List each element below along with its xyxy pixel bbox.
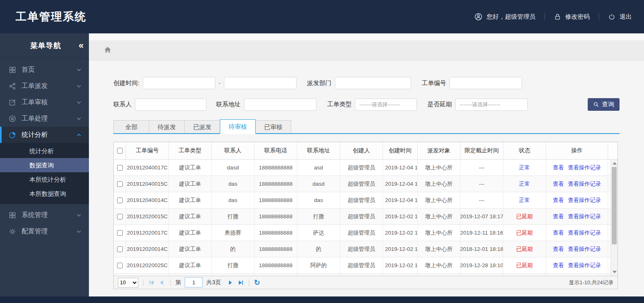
share-icon <box>8 82 16 90</box>
refresh-icon[interactable]: ↻ <box>254 279 260 286</box>
sidebar-item-process[interactable]: 工单处理 <box>0 110 89 127</box>
cell-contact <box>212 274 255 276</box>
tab-待审核[interactable]: 待审核 <box>220 119 256 134</box>
cell-address: 的 <box>297 241 340 257</box>
sidebar-item-config[interactable]: 配置管理 <box>0 223 89 239</box>
prev-page-button[interactable] <box>159 279 165 286</box>
order-type-label: 工单类型 <box>327 101 352 108</box>
cell-actions: 查看查看操作记录 <box>546 209 608 224</box>
vertical-scrollbar[interactable] <box>611 160 617 276</box>
sidebar-subitem-active[interactable]: 数据查询 <box>0 158 89 172</box>
first-page-button[interactable] <box>148 279 155 286</box>
cell-type: 建议工单 <box>169 176 212 192</box>
view-log-link[interactable]: 查看操作记录 <box>568 164 601 171</box>
greeting-text: 您好，超级管理员 <box>487 13 536 21</box>
row-checkbox-cell <box>114 274 126 276</box>
view-log-link[interactable]: 查看操作记录 <box>568 180 601 188</box>
cell-contact: 打撒 <box>212 209 255 224</box>
row-checkbox[interactable] <box>117 263 123 268</box>
view-link[interactable]: 查看 <box>553 164 564 171</box>
sidebar-item-stats[interactable]: 统计分析 <box>0 127 89 143</box>
view-log-link[interactable]: 查看操作记录 <box>568 229 601 237</box>
page-size-select[interactable]: 10 <box>118 278 138 288</box>
dispatch-dept-select[interactable] <box>335 77 411 89</box>
delay-select[interactable]: -------请选择------- <box>455 99 528 111</box>
chevron-up-icon <box>75 132 82 138</box>
view-log-link[interactable]: 查看操作记录 <box>568 197 601 204</box>
row-checkbox[interactable] <box>117 165 123 171</box>
cell-deadline: 2019-12-11 18:16 <box>460 225 503 241</box>
row-checkbox[interactable] <box>117 230 123 236</box>
last-page-button[interactable] <box>237 279 244 286</box>
logout-button[interactable]: 退出 <box>608 13 632 21</box>
cell-id: 201912040017C <box>126 160 169 176</box>
row-checkbox[interactable] <box>117 246 123 252</box>
date-to-input[interactable] <box>224 77 297 89</box>
view-link[interactable]: 查看 <box>553 197 564 204</box>
cell-deadline: --- <box>460 176 503 192</box>
row-checkbox[interactable] <box>117 198 123 203</box>
scroll-down-arrow-icon[interactable] <box>613 271 617 273</box>
next-page-button[interactable] <box>227 279 234 286</box>
sidebar-subitem[interactable]: 本所数据查询 <box>0 187 89 201</box>
view-link[interactable]: 查看 <box>553 213 564 220</box>
sidebar-item-label: 系统管理 <box>22 211 48 220</box>
row-checkbox[interactable] <box>117 181 123 187</box>
column-header-创建人: 创建人 <box>340 142 383 159</box>
tab-待派发[interactable]: 待派发 <box>149 120 185 133</box>
page-number-input[interactable] <box>185 277 203 288</box>
cell-phone: 18888888888 <box>255 209 297 224</box>
order-type-select[interactable]: -------请选择------- <box>355 99 417 111</box>
row-checkbox-cell <box>114 257 126 273</box>
cell-status: 已延期 <box>503 225 546 241</box>
address-input[interactable] <box>244 99 316 111</box>
sidebar-item-system[interactable]: 系统管理 <box>0 207 89 223</box>
tab-已派发[interactable]: 已派发 <box>184 120 220 133</box>
home-icon[interactable] <box>104 46 112 55</box>
view-log-link[interactable]: 查看操作记录 <box>568 213 601 220</box>
pager-divider <box>249 279 249 286</box>
scrollbar-thumb[interactable] <box>612 167 617 244</box>
cell-phone: 18888888888 <box>255 192 297 208</box>
sidebar-subitem[interactable]: 本所统计分析 <box>0 172 89 187</box>
table-row: 201912020015C建议工单打撒18888888888打撒超级管理员201… <box>114 209 617 225</box>
process-icon <box>8 114 16 123</box>
date-from-input[interactable] <box>143 77 215 89</box>
cell-phone: 18888888888 <box>255 160 297 176</box>
cell-id: 201912040014C <box>126 192 169 208</box>
cell-contact: 打撒 <box>212 257 255 273</box>
cell-type: 建议工单 <box>169 192 212 208</box>
row-checkbox-cell <box>114 241 126 257</box>
view-link[interactable]: 查看 <box>553 229 564 237</box>
chevron-down-icon <box>401 80 408 88</box>
order-no-input[interactable] <box>449 77 522 89</box>
contact-input[interactable] <box>135 99 206 111</box>
chevron-down-icon <box>518 102 524 110</box>
cell-target: 墩上中心所 <box>418 241 460 257</box>
select-all-checkbox[interactable] <box>117 148 123 154</box>
cell-actions: 查看查看操作记录 <box>546 225 608 241</box>
tab-全部[interactable]: 全部 <box>113 120 149 133</box>
view-link[interactable]: 查看 <box>553 246 564 253</box>
tab-已审核[interactable]: 已审核 <box>255 120 291 133</box>
scroll-up-arrow-icon[interactable] <box>613 162 617 165</box>
cell-type: 建议工单 <box>169 209 212 224</box>
view-log-link[interactable]: 查看操作记录 <box>568 246 601 253</box>
search-button[interactable]: 查询 <box>588 98 620 111</box>
view-link[interactable]: 查看 <box>553 262 564 269</box>
cell-created: 2019-12-02 17 <box>383 225 418 241</box>
sidebar-subitem[interactable]: 统计分析 <box>0 144 89 158</box>
sidebar-item-label: 工单处理 <box>22 114 48 123</box>
row-checkbox[interactable] <box>117 214 123 220</box>
sidebar-item-review[interactable]: 工单审核 <box>0 94 89 110</box>
view-log-link[interactable]: 查看操作记录 <box>568 262 601 269</box>
change-password-button[interactable]: 修改密码 <box>554 13 590 21</box>
user-greeting[interactable]: 您好，超级管理员 <box>474 13 536 21</box>
view-link[interactable]: 查看 <box>553 180 564 188</box>
sidebar-collapse-icon[interactable]: « <box>79 41 82 50</box>
sidebar-item-home[interactable]: 首页 <box>0 61 89 78</box>
page-prefix-label: 第 <box>175 279 181 286</box>
cell-actions: 查看查看操作记录 <box>546 257 608 273</box>
header-divider <box>544 13 545 20</box>
sidebar-item-dispatch[interactable]: 工单派发 <box>0 78 89 94</box>
